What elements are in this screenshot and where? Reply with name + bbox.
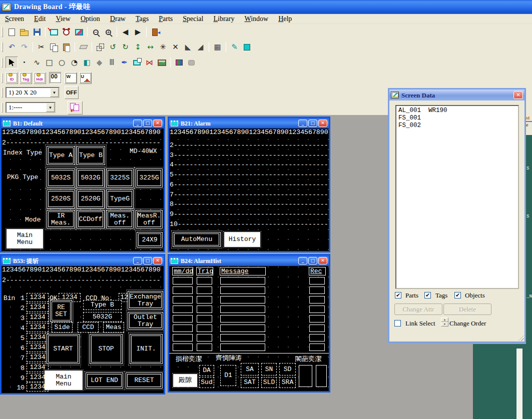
shrink-button[interactable]: ✳ — [157, 41, 169, 53]
redo-button[interactable]: ↷ — [18, 41, 31, 53]
b21-canvas[interactable]: 1234567890123456789012345678901234567890… — [169, 128, 329, 251]
menu-parts[interactable]: Parts — [154, 14, 178, 24]
ccd-button[interactable]: CCD — [78, 322, 99, 332]
menu-library[interactable]: Library — [208, 14, 239, 24]
screen-data-titlebar[interactable]: Screen Data ✕ — [389, 90, 524, 100]
b24-canvas[interactable]: mm/dd Trig Message Rec 損楷奕潔 齊惆陣涛 閣葩奕潔 DA — [169, 266, 329, 391]
b53-maximize-button[interactable]: □ — [143, 257, 152, 264]
bin-value-box[interactable]: 1234 — [27, 313, 49, 322]
load-mark-button[interactable]: ⋈ — [143, 56, 156, 68]
5032g-box[interactable]: 5032G — [83, 312, 122, 322]
tag-pin-button[interactable]: Tag — [20, 72, 32, 84]
menu-edit[interactable]: Edit — [29, 14, 51, 24]
objects-checkbox[interactable]: ✔ — [454, 292, 461, 298]
mode-measr-off-button[interactable]: MeasR. off — [136, 210, 163, 228]
delete-button[interactable]: Delete — [443, 304, 491, 315]
b24-close-button[interactable]: ✕ — [318, 257, 327, 264]
snap-off-toggle-button[interactable]: OFF — [65, 86, 79, 99]
b24-maximize-button[interactable]: □ — [308, 257, 317, 264]
menu-draw[interactable]: Draw — [105, 14, 131, 24]
menu-option[interactable]: Option — [76, 14, 105, 24]
sud-button[interactable]: Sud — [199, 377, 214, 388]
parts-checkbox[interactable]: ✔ — [395, 292, 401, 298]
bin-value-box[interactable]: 1234 — [27, 293, 49, 302]
app-titlebar[interactable]: Drawing Board - 埣最哇 — [0, 0, 532, 14]
library-disabled-button[interactable] — [185, 56, 198, 68]
sn-button[interactable]: SN — [261, 363, 277, 376]
b24-titlebar[interactable]: B24: AlarmHist _ □ ✕ — [169, 256, 329, 266]
paste-button[interactable] — [60, 41, 73, 53]
undo-button[interactable]: ↶ — [6, 41, 18, 53]
toolbar-grip[interactable] — [2, 27, 3, 37]
b1-canvas[interactable]: 1234567890123456789012345678901234567890… — [2, 128, 164, 251]
circle-tool-button[interactable]: ○ — [56, 56, 68, 68]
main-menu-button[interactable]: Main Menu — [45, 370, 83, 390]
outlet-tray-button[interactable]: Outlet Tray — [128, 312, 163, 330]
b21-titlebar[interactable]: B21: Alarm _ □ ✕ — [169, 118, 329, 128]
color-button[interactable] — [241, 41, 253, 53]
b1-maximize-button[interactable]: □ — [143, 120, 152, 127]
transfer-button[interactable]: ➘ — [48, 26, 60, 38]
save-button[interactable] — [31, 26, 43, 38]
open-button[interactable] — [18, 26, 31, 38]
side-button[interactable]: Side — [52, 322, 73, 332]
menu-tags[interactable]: Tags — [131, 14, 154, 24]
exchange-tray-button[interactable]: Exchange Tray — [128, 291, 163, 310]
sd-button[interactable]: SD — [279, 363, 296, 376]
type-b-box[interactable]: Type B — [83, 300, 122, 310]
mode-ccdoff-button[interactable]: CCDoff — [77, 210, 105, 228]
toolbar-grip[interactable] — [2, 42, 3, 52]
screen-data-close-button[interactable]: ✕ — [513, 91, 523, 99]
spin-down-icon[interactable]: ▼ — [441, 322, 448, 326]
rotate-left-button[interactable]: ↺ — [107, 41, 119, 53]
reset-2line-button[interactable]: RE SET — [50, 300, 72, 322]
w-mark-button[interactable]: W — [65, 72, 77, 84]
dot-tool-button[interactable]: • — [18, 56, 31, 68]
rectangle-tool-button[interactable]: □ — [43, 56, 56, 68]
screen-level-combobox[interactable]: 1:---- ▼ — [6, 102, 56, 113]
toolbar-grip[interactable] — [2, 88, 3, 98]
exit-button[interactable] — [149, 26, 161, 38]
next-screen-button[interactable]: ▶ — [132, 26, 144, 38]
simulation-button[interactable] — [73, 26, 85, 38]
grid-combo-dropdown-button[interactable]: ▼ — [50, 88, 59, 97]
cut-button[interactable]: ✂ — [35, 41, 48, 53]
select-tool-button[interactable] — [6, 56, 18, 68]
library-button[interactable] — [173, 56, 185, 68]
change-order-spinner[interactable]: ▲ ▼ — [441, 318, 448, 326]
screen-combo-dropdown-button[interactable]: ▼ — [46, 103, 55, 112]
link-select-checkbox[interactable] — [394, 320, 401, 326]
change-screen-order-button[interactable]: ↵ — [68, 101, 83, 114]
bin-value-box[interactable]: 1234 — [27, 323, 49, 332]
toolbar-grip[interactable] — [2, 102, 3, 112]
arc-tool-button[interactable]: ◔ — [68, 56, 81, 68]
toolbar-grip[interactable] — [2, 58, 3, 68]
list-item[interactable]: AL_001 WR190 — [398, 107, 516, 114]
da-button[interactable]: DA — [199, 365, 214, 376]
bin-value-box[interactable]: 1234 — [27, 343, 49, 352]
mark-tool-button[interactable]: ✒ — [118, 56, 131, 68]
previous-screen-button[interactable]: ◀ — [119, 26, 132, 38]
mirror-vertical-button[interactable]: ↕ — [132, 41, 144, 53]
menu-view[interactable]: View — [51, 14, 76, 24]
white-cjk-button[interactable]: 殿隙 — [173, 374, 197, 387]
fill-tool-button[interactable]: ◧ — [81, 56, 93, 68]
delete-button[interactable] — [77, 41, 90, 53]
mode-meas-off-button[interactable]: Meas. off — [106, 210, 134, 228]
grid-size-combobox[interactable]: 1) 20 X 20 ▼ — [6, 87, 60, 98]
b1-close-button[interactable]: ✕ — [153, 120, 162, 127]
corner-tool-b-button[interactable]: ◢ — [194, 41, 207, 53]
b1-minimize-button[interactable]: _ — [133, 120, 142, 127]
sa-button[interactable]: SA — [241, 363, 259, 376]
bin-value-box[interactable]: 1234 — [27, 333, 49, 342]
pkg-2520s-button[interactable]: 2520S — [47, 190, 75, 208]
duplicate-button[interactable] — [94, 41, 107, 53]
auto-menu-button[interactable]: AutoMenu — [173, 232, 221, 247]
b21-maximize-button[interactable]: □ — [308, 120, 317, 127]
menu-window[interactable]: Window — [239, 14, 273, 24]
menu-special[interactable]: Special — [178, 14, 208, 24]
b53-close-button[interactable]: ✕ — [153, 257, 162, 264]
zoom-in-button[interactable]: + — [102, 26, 115, 38]
id-pin-button[interactable]: ID — [6, 72, 18, 84]
meas-button[interactable]: Meas — [103, 322, 124, 332]
